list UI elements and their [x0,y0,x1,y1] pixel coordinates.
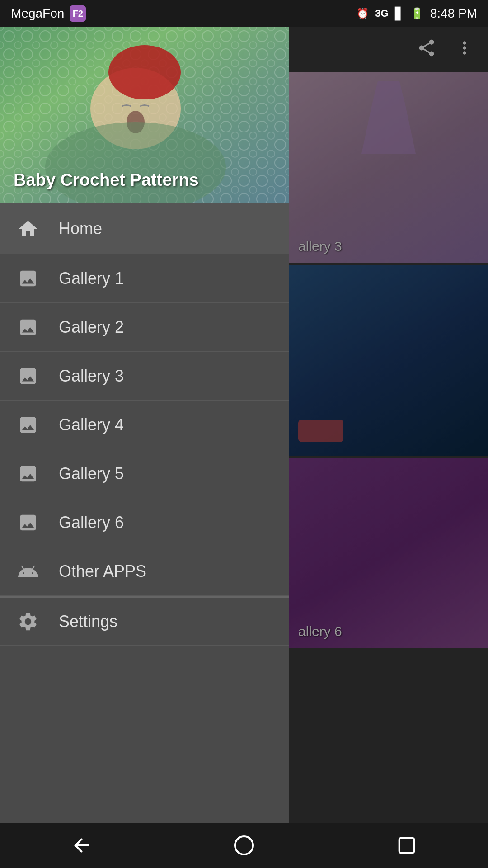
menu-section: Home Gallery 1 Gallery 2 [0,203,289,868]
alarm-icon: ⏰ [357,8,369,19]
gallery1-icon [14,264,42,293]
status-bar: MegaFon F2 ⏰ 3G ▋ 🔋 8:48 PM [0,0,488,27]
menu-item-gallery4[interactable]: Gallery 4 [0,401,289,449]
home-label: Home [59,219,102,238]
gallery3-label: Gallery 3 [59,367,124,386]
gallery2-icon [14,313,42,342]
menu-item-home[interactable]: Home [0,203,289,254]
menu-item-settings[interactable]: Settings [0,597,289,646]
home-button[interactable] [226,827,262,863]
time-label: 8:48 PM [430,6,477,21]
gallery4-icon [14,410,42,439]
bottom-nav [0,823,488,868]
nav-drawer: Baby Crochet Patterns Home Gallery 1 [0,27,289,868]
menu-item-other-apps[interactable]: Other APPS [0,547,289,596]
battery-icon: 🔋 [410,7,424,20]
gallery5-icon [14,459,42,488]
gallery2-label: Gallery 2 [59,318,124,337]
android-icon [14,557,42,586]
menu-item-gallery5[interactable]: Gallery 5 [0,449,289,498]
settings-icon [14,607,42,636]
recents-button[interactable] [389,827,425,863]
gallery6-icon [14,508,42,537]
other-apps-label: Other APPS [59,562,146,581]
gallery6-label: Gallery 6 [59,513,124,532]
menu-item-gallery3[interactable]: Gallery 3 [0,352,289,401]
status-bar-left: MegaFon F2 [11,5,86,22]
svg-rect-12 [399,838,414,853]
signal-icon: ▋ [395,7,404,21]
gallery4-label: Gallery 4 [59,415,124,434]
gallery3-icon [14,362,42,391]
carrier-label: MegaFon [11,6,64,21]
svg-point-11 [235,836,253,854]
status-bar-right: ⏰ 3G ▋ 🔋 8:48 PM [357,6,477,21]
menu-item-gallery2[interactable]: Gallery 2 [0,303,289,352]
gallery1-label: Gallery 1 [59,269,124,288]
back-button[interactable] [63,827,99,863]
gallery5-label: Gallery 5 [59,464,124,483]
network-type-label: 3G [375,8,388,19]
app-icon: F2 [70,5,86,22]
menu-item-gallery6[interactable]: Gallery 6 [0,498,289,547]
home-icon [14,214,42,243]
hero-section: Baby Crochet Patterns [0,27,289,203]
settings-label: Settings [59,612,117,631]
hero-title: Baby Crochet Patterns [14,170,199,190]
menu-item-gallery1[interactable]: Gallery 1 [0,254,289,303]
svg-point-8 [108,45,181,99]
